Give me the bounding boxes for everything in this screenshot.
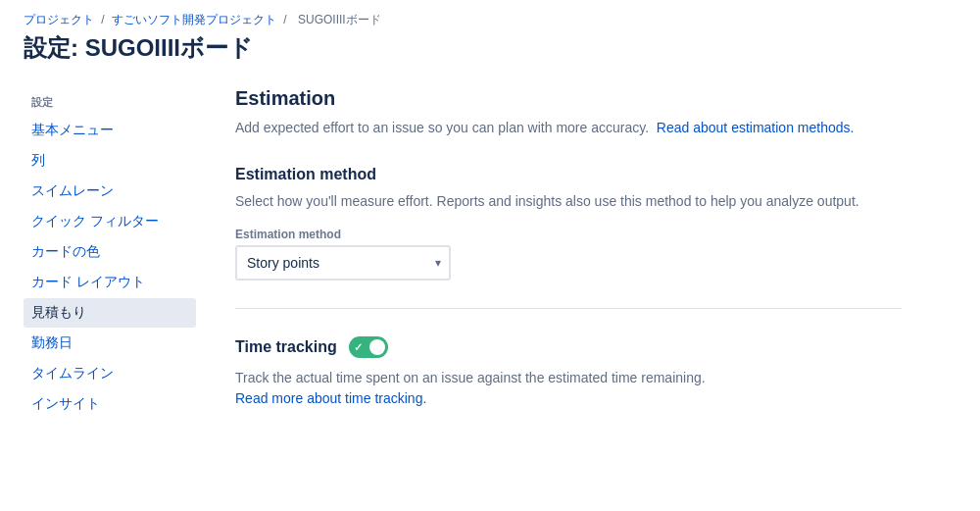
- check-icon: ✓: [354, 341, 363, 354]
- estimation-method-title: Estimation method: [235, 166, 902, 183]
- time-tracking-section: Time tracking ✓ Track the actual time sp…: [235, 336, 902, 409]
- breadcrumb-project[interactable]: すごいソフト開発プロジェクト: [112, 13, 276, 26]
- estimation-method-description: Select how you'll measure effort. Report…: [235, 191, 902, 212]
- estimation-methods-link[interactable]: Read about estimation methods.: [657, 120, 855, 135]
- section-description: Add expected effort to an issue so you c…: [235, 118, 902, 138]
- time-tracking-title: Time tracking: [235, 338, 337, 356]
- section-divider: [235, 308, 902, 309]
- sidebar-item-insights[interactable]: インサイト: [24, 389, 196, 419]
- time-tracking-toggle[interactable]: ✓: [349, 336, 388, 358]
- main-content: Estimation Add expected effort to an iss…: [196, 87, 941, 420]
- main-layout: 設定 基本メニュー 列 スイムレーン クイック フィルター カードの色 カード …: [0, 72, 980, 420]
- time-tracking-link[interactable]: Read more about time tracking.: [235, 390, 426, 406]
- breadcrumb-projects[interactable]: プロジェクト: [24, 13, 94, 26]
- breadcrumb-board: SUGOIIIIボード: [298, 13, 381, 26]
- sidebar-item-timeline[interactable]: タイムライン: [24, 359, 196, 388]
- estimation-field-label: Estimation method: [235, 228, 902, 241]
- estimation-method-select[interactable]: Story points Original estimate None: [235, 245, 451, 281]
- sidebar-item-quick-filter[interactable]: クイック フィルター: [24, 207, 196, 236]
- sidebar-item-columns[interactable]: 列: [24, 146, 196, 176]
- sidebar-item-card-color[interactable]: カードの色: [24, 237, 196, 267]
- breadcrumb: プロジェクト / すごいソフト開発プロジェクト / SUGOIIIIボード: [24, 12, 956, 28]
- sidebar-item-working-days[interactable]: 勤務日: [24, 329, 196, 358]
- sidebar-item-basic-menu[interactable]: 基本メニュー: [24, 116, 196, 145]
- sidebar-item-swimlanes[interactable]: スイムレーン: [24, 177, 196, 206]
- page-title: 設定: SUGOIIIIボード: [24, 32, 956, 64]
- time-tracking-description: Track the actual time spent on an issue …: [235, 368, 902, 409]
- estimation-method-select-wrapper: Story points Original estimate None ▾: [235, 245, 451, 281]
- sidebar-item-estimation[interactable]: 見積もり: [24, 298, 196, 328]
- sidebar-item-card-layout[interactable]: カード レイアウト: [24, 268, 196, 297]
- section-title: Estimation: [235, 87, 902, 110]
- time-tracking-header: Time tracking ✓: [235, 336, 902, 358]
- toggle-knob: [369, 339, 385, 355]
- sidebar: 設定 基本メニュー 列 スイムレーン クイック フィルター カードの色 カード …: [0, 87, 196, 420]
- sidebar-section-label: 設定: [24, 87, 196, 116]
- page-header: プロジェクト / すごいソフト開発プロジェクト / SUGOIIIIボード 設定…: [0, 0, 980, 72]
